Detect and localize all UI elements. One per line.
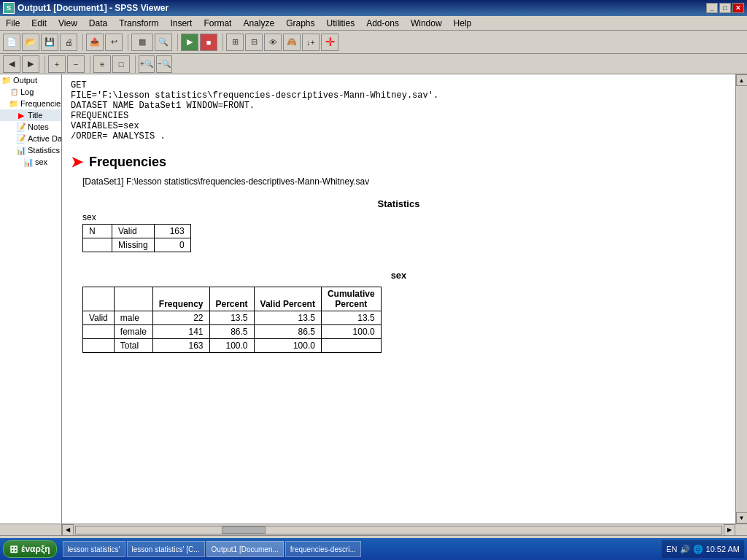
close-button[interactable]: ✕ [732, 3, 744, 13]
cell-frequency: 22 [152, 311, 209, 325]
h-scroll-track[interactable] [75, 526, 722, 534]
start-label: έναρξη [21, 544, 50, 554]
table-row: female 141 86.5 86.5 100.0 [83, 325, 382, 339]
menu-file[interactable]: File [3, 18, 23, 29]
scroll-left-button[interactable]: ◀ [62, 524, 74, 536]
taskbar-item-label-4: frequencies-descri... [290, 545, 356, 553]
content-panel[interactable]: GET FILE='F:\lesson statistics\frequenci… [62, 74, 735, 524]
header-label [114, 287, 152, 311]
sidebar-label-log: Log [20, 88, 34, 96]
menu-graphs[interactable]: Graphs [283, 18, 317, 29]
separator6 [88, 55, 90, 73]
menu-utilities[interactable]: Utilities [324, 18, 358, 29]
open-button[interactable]: 📂 [22, 34, 39, 51]
horizontal-scrollbar[interactable]: ◀ ▶ [62, 524, 735, 535]
header-group [83, 287, 115, 311]
missing-value: 0 [154, 238, 190, 252]
h-scroll-thumb[interactable] [222, 526, 266, 534]
zoom-in-button[interactable]: +🔍 [139, 55, 155, 73]
hide-button[interactable]: 🙈 [283, 34, 301, 51]
menu-view[interactable]: View [55, 18, 80, 29]
empty-cell [83, 238, 112, 252]
new-button[interactable]: 📄 [3, 34, 20, 51]
scroll-track[interactable] [738, 86, 746, 512]
separator7 [133, 55, 136, 73]
vertical-scrollbar[interactable]: ▲ ▼ [735, 74, 747, 524]
add-button[interactable]: ✛ [321, 34, 338, 51]
title-icon: ▶ [16, 110, 26, 120]
scroll-down-button[interactable]: ▼ [736, 512, 748, 524]
forward-button[interactable]: ▶ [22, 55, 39, 73]
code-line-3: DATASET NAME DataSet1 WINDOW=FRONT. [71, 101, 727, 111]
sidebar-item-output[interactable]: 📁 Output [0, 74, 61, 86]
heading-arrow-icon: ➤ [71, 153, 83, 171]
expand-all-button[interactable]: + [48, 55, 66, 73]
sidebar-label-statistics: Statistics [28, 146, 60, 155]
scroll-up-button[interactable]: ▲ [736, 74, 748, 86]
sidebar-item-active-dataset[interactable]: 📝 Active Dat... [0, 133, 61, 144]
window-title: Output1 [Document1] - SPSS Viewer [18, 3, 169, 13]
code-block: GET FILE='F:\lesson statistics\frequenci… [71, 80, 727, 141]
back-button[interactable]: ◀ [3, 55, 20, 73]
cell-group [83, 339, 115, 353]
table-row: Total 163 100.0 100.0 [83, 339, 382, 353]
v-scroll-spacer [735, 524, 747, 535]
scroll-right-button[interactable]: ▶ [724, 524, 735, 536]
taskbar-item-2[interactable]: lesson statistics' [C... [127, 541, 205, 557]
statistics-icon: 📊 [16, 145, 26, 155]
menu-data[interactable]: Data [86, 18, 110, 29]
stop-button[interactable]: ■ [200, 34, 217, 51]
separator5 [42, 55, 45, 73]
menu-addons[interactable]: Add-ons [363, 18, 402, 29]
zoom-out-button[interactable]: −🔍 [156, 55, 172, 73]
code-line-2: FILE='F:\lesson statistics\frequencies-d… [71, 90, 727, 101]
header-frequency: Frequency [152, 287, 209, 311]
taskbar-item-1[interactable]: lesson statistics' [63, 541, 125, 557]
insert-after-button[interactable]: ↓+ [302, 34, 320, 51]
menu-edit[interactable]: Edit [28, 18, 50, 29]
taskbar-item-label-3: Output1 [Documen... [212, 545, 279, 553]
taskbar-item-3[interactable]: Output1 [Documen... [206, 541, 284, 557]
collapse-button[interactable]: ⊟ [245, 34, 263, 51]
maximize-button[interactable]: □ [719, 3, 731, 13]
menu-window[interactable]: Window [408, 18, 445, 29]
print-button[interactable]: 🖨 [60, 34, 77, 51]
menu-analyze[interactable]: Analyze [240, 18, 277, 29]
menu-transform[interactable]: Transform [116, 18, 161, 29]
collapse-all-button[interactable]: − [67, 55, 85, 73]
start-button[interactable]: ⊞ έναρξη [3, 540, 57, 558]
expand-button[interactable]: ⊞ [226, 34, 244, 51]
goto-button[interactable]: ▦ [131, 34, 153, 51]
minimize-button[interactable]: _ [706, 3, 718, 13]
title-bar: S Output1 [Document1] - SPSS Viewer _ □ … [0, 0, 747, 16]
frequencies-title: Frequencies [89, 155, 166, 170]
run-button[interactable]: ▶ [181, 34, 198, 51]
save-button[interactable]: 💾 [41, 34, 58, 51]
sidebar-label-output: Output [13, 76, 37, 85]
sidebar-item-sex[interactable]: 📊 sex [0, 156, 61, 168]
active-dataset-icon: 📝 [16, 133, 26, 144]
sidebar-item-frequencies[interactable]: 📁 Frequencies [0, 98, 61, 109]
menu-help[interactable]: Help [451, 18, 475, 29]
sidebar-item-statistics[interactable]: 📊 Statistics [0, 144, 61, 156]
window-controls[interactable]: _ □ ✕ [706, 3, 744, 13]
code-line-4: FREQUENCIES [71, 111, 727, 121]
content-area: GET FILE='F:\lesson statistics\frequenci… [62, 74, 747, 524]
separator4 [220, 34, 223, 51]
sidebar-item-notes[interactable]: 📝 Notes [0, 121, 61, 133]
menu-format[interactable]: Format [201, 18, 234, 29]
show-outline-button[interactable]: ≡ [93, 55, 111, 73]
sidebar-label-sex: sex [35, 158, 47, 166]
taskbar-item-4[interactable]: frequencies-descri... [285, 541, 361, 557]
sidebar-item-log[interactable]: 📋 Log [0, 86, 61, 98]
cell-frequency: 163 [152, 339, 209, 353]
menu-insert[interactable]: Insert [167, 18, 195, 29]
find-button[interactable]: 🔍 [155, 34, 172, 51]
table-row: N Valid 163 [83, 225, 191, 238]
show-content-button[interactable]: □ [112, 55, 130, 73]
show-button[interactable]: 👁 [264, 34, 282, 51]
export-button[interactable]: 📤 [86, 34, 104, 51]
cell-cumulative: 100.0 [321, 325, 381, 339]
sidebar-item-title[interactable]: ▶ Title [0, 109, 61, 121]
undo-button[interactable]: ↩ [105, 34, 123, 51]
